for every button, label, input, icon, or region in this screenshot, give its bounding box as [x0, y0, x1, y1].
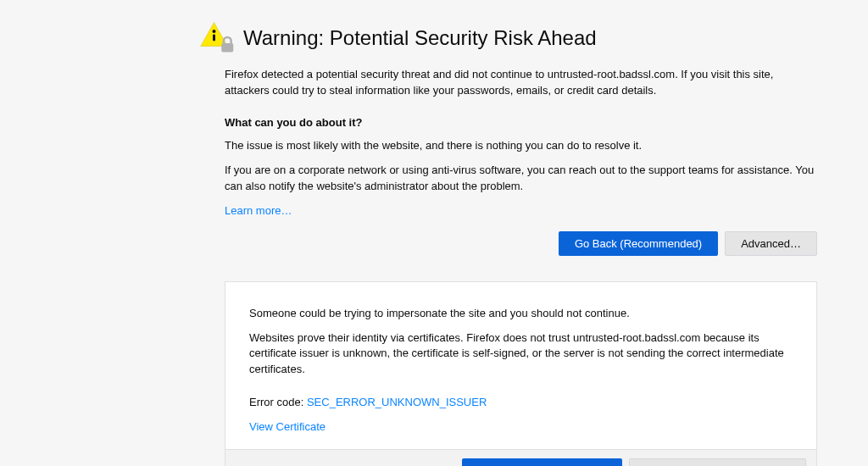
warning-lock-icon [199, 20, 235, 59]
panel-warning-1: Someone could be trying to impersonate t… [249, 306, 793, 322]
advanced-button[interactable]: Advanced… [725, 231, 817, 256]
learn-more-link[interactable]: Learn more… [225, 204, 292, 217]
advice-text-1: The issue is most likely with the websit… [225, 138, 817, 154]
svg-rect-2 [213, 35, 215, 42]
error-code-link[interactable]: SEC_ERROR_UNKNOWN_ISSUER [307, 396, 487, 408]
panel-go-back-button[interactable]: Go Back (Recommended) [462, 458, 621, 466]
svg-rect-3 [221, 43, 233, 53]
page-title: Warning: Potential Security Risk Ahead [243, 24, 597, 53]
advanced-panel: Someone could be trying to impersonate t… [225, 281, 817, 466]
error-code-line: Error code: SEC_ERROR_UNKNOWN_ISSUER [249, 395, 793, 411]
intro-text: Firefox detected a potential security th… [225, 67, 817, 99]
accept-risk-button[interactable]: Accept the Risk and Continue [629, 458, 806, 466]
panel-warning-2: Websites prove their identity via certif… [249, 330, 793, 379]
svg-point-1 [212, 30, 215, 33]
go-back-button[interactable]: Go Back (Recommended) [559, 231, 718, 256]
advice-text-2: If you are on a corporate network or usi… [225, 163, 817, 195]
view-certificate-link[interactable]: View Certificate [249, 420, 326, 433]
subheading: What can you do about it? [225, 115, 817, 131]
